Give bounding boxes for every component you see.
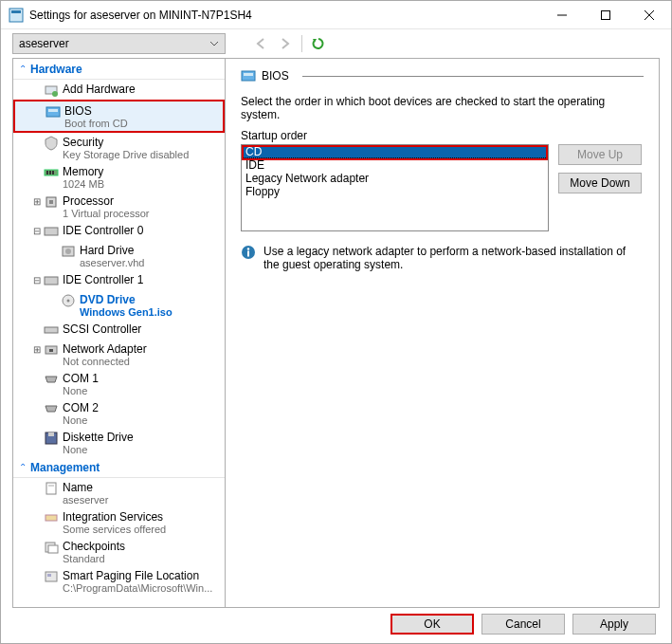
tree-network-adapter[interactable]: ⊞ Network Adapter Not connected bbox=[13, 340, 225, 369]
tree-item-label: Integration Services bbox=[63, 510, 166, 524]
section-hardware[interactable]: ⌃ Hardware bbox=[13, 59, 225, 80]
svg-rect-23 bbox=[45, 327, 58, 333]
memory-icon bbox=[44, 165, 59, 180]
startup-option[interactable]: IDE bbox=[242, 158, 548, 172]
tree-processor[interactable]: ⊞ Processor 1 Virtual processor bbox=[13, 192, 225, 221]
tree-scroll[interactable]: ⌃ Hardware Add Hardware BIOS Boot from C… bbox=[13, 59, 225, 607]
collapse-icon[interactable]: ⊟ bbox=[30, 224, 44, 236]
tree-item-sub: Boot from CD bbox=[64, 118, 128, 129]
move-down-button[interactable]: Move Down bbox=[558, 173, 642, 193]
svg-rect-25 bbox=[49, 349, 53, 352]
add-hardware-icon bbox=[44, 83, 59, 98]
tree-item-sub: C:\ProgramData\Microsoft\Win... bbox=[63, 582, 212, 594]
info-icon bbox=[241, 245, 256, 260]
startup-order-listbox[interactable]: CD IDE Legacy Network adapter Floppy bbox=[241, 144, 549, 231]
tree-ide0[interactable]: ⊟ IDE Controller 0 bbox=[13, 221, 225, 241]
dvd-icon bbox=[61, 293, 76, 308]
tree-item-label: Smart Paging File Location bbox=[63, 569, 212, 582]
tree-item-sub: 1024 MB bbox=[63, 178, 104, 190]
tree-bios[interactable]: BIOS Boot from CD bbox=[13, 100, 225, 133]
tree-ide1[interactable]: ⊟ IDE Controller 1 bbox=[13, 270, 225, 290]
section-management-label: Management bbox=[30, 461, 100, 474]
nav-forward-button[interactable] bbox=[277, 35, 294, 52]
tree-item-label: COM 1 bbox=[63, 372, 99, 385]
tree-integration[interactable]: Integration Services Some services offer… bbox=[13, 507, 225, 537]
move-up-button[interactable]: Move Up bbox=[558, 144, 642, 165]
minimize-button[interactable] bbox=[540, 1, 584, 29]
bios-panel-icon bbox=[241, 68, 256, 83]
info-callout: Use a legacy network adapter to perform … bbox=[241, 245, 644, 271]
svg-rect-20 bbox=[45, 277, 58, 285]
svg-rect-12 bbox=[46, 171, 48, 175]
tree-item-sub: aseserver bbox=[63, 494, 108, 506]
vm-selector[interactable]: aseserver bbox=[12, 33, 226, 54]
cancel-button[interactable]: Cancel bbox=[481, 614, 565, 635]
svg-rect-36 bbox=[244, 73, 253, 76]
ok-button[interactable]: OK bbox=[390, 614, 474, 635]
network-icon bbox=[44, 342, 59, 358]
collapse-icon: ⌃ bbox=[17, 64, 28, 74]
tree-name[interactable]: Name aseserver bbox=[13, 478, 225, 507]
tree-item-label: COM 2 bbox=[63, 401, 99, 414]
svg-point-8 bbox=[52, 91, 58, 97]
toolbar: aseserver bbox=[1, 29, 671, 58]
tree-item-label: DVD Drive bbox=[80, 293, 173, 306]
tree-memory[interactable]: Memory 1024 MB bbox=[13, 162, 225, 192]
apply-button[interactable]: Apply bbox=[572, 614, 656, 635]
startup-order-label: Startup order bbox=[241, 129, 644, 142]
tree-item-sub: None bbox=[63, 385, 99, 396]
startup-option[interactable]: CD bbox=[242, 145, 548, 158]
security-icon bbox=[44, 136, 59, 151]
maximize-button[interactable] bbox=[584, 1, 627, 29]
tree-paging[interactable]: Smart Paging File Location C:\ProgramDat… bbox=[13, 566, 225, 596]
startup-option[interactable]: Legacy Network adapter bbox=[242, 172, 548, 185]
tree-security[interactable]: Security Key Storage Drive disabled bbox=[13, 133, 225, 162]
diskette-icon bbox=[44, 431, 59, 446]
tree-diskette[interactable]: Diskette Drive None bbox=[13, 428, 225, 457]
com-port-icon bbox=[44, 372, 59, 387]
section-hardware-label: Hardware bbox=[30, 63, 82, 76]
tree-scsi[interactable]: SCSI Controller bbox=[13, 320, 225, 340]
tree-hard-drive[interactable]: Hard Drive aseserver.vhd bbox=[13, 241, 225, 270]
close-button[interactable] bbox=[627, 1, 671, 29]
tree-com1[interactable]: COM 1 None bbox=[13, 369, 225, 398]
tree-item-sub: Some services offered bbox=[63, 524, 166, 535]
chevron-down-icon bbox=[209, 41, 219, 46]
tree-com2[interactable]: COM 2 None bbox=[13, 398, 225, 428]
panel-title: BIOS bbox=[262, 69, 289, 83]
tree-item-label: Processor bbox=[63, 194, 150, 208]
tree-item-label: Network Adapter bbox=[63, 342, 147, 356]
svg-rect-14 bbox=[52, 171, 54, 175]
svg-rect-10 bbox=[48, 109, 58, 112]
nav-back-button[interactable] bbox=[252, 35, 269, 52]
svg-rect-27 bbox=[48, 432, 54, 436]
tree-item-label: BIOS bbox=[64, 104, 128, 118]
tree-checkpoints[interactable]: Checkpoints Standard bbox=[13, 537, 225, 566]
tree-dvd-drive[interactable]: DVD Drive Windows Gen1.iso bbox=[13, 290, 225, 320]
name-icon bbox=[44, 481, 59, 496]
panel-description: Select the order in which boot devices a… bbox=[241, 95, 644, 121]
panel-header: BIOS bbox=[241, 68, 644, 83]
tree-add-hardware[interactable]: Add Hardware bbox=[13, 80, 225, 100]
svg-rect-39 bbox=[247, 251, 249, 257]
bios-icon bbox=[45, 104, 61, 120]
collapse-icon: ⌃ bbox=[17, 462, 28, 472]
settings-panel: BIOS Select the order in which boot devi… bbox=[226, 58, 660, 608]
svg-point-38 bbox=[247, 248, 249, 249]
expand-icon[interactable]: ⊞ bbox=[30, 342, 44, 355]
svg-point-19 bbox=[65, 248, 71, 254]
expand-icon[interactable]: ⊞ bbox=[30, 194, 44, 207]
info-text: Use a legacy network adapter to perform … bbox=[263, 245, 644, 271]
tree-item-sub: None bbox=[63, 414, 99, 426]
svg-rect-30 bbox=[45, 515, 57, 521]
collapse-icon[interactable]: ⊟ bbox=[30, 273, 44, 285]
tree-item-label: Checkpoints bbox=[63, 540, 125, 553]
hard-drive-icon bbox=[61, 244, 76, 259]
startup-option[interactable]: Floppy bbox=[242, 185, 548, 198]
vm-selector-value: aseserver bbox=[19, 37, 69, 50]
svg-rect-34 bbox=[47, 574, 51, 577]
section-management[interactable]: ⌃ Management bbox=[13, 457, 225, 478]
tree-item-sub: aseserver.vhd bbox=[80, 257, 144, 268]
refresh-button[interactable] bbox=[310, 35, 327, 52]
tree-item-sub: Windows Gen1.iso bbox=[80, 306, 173, 318]
